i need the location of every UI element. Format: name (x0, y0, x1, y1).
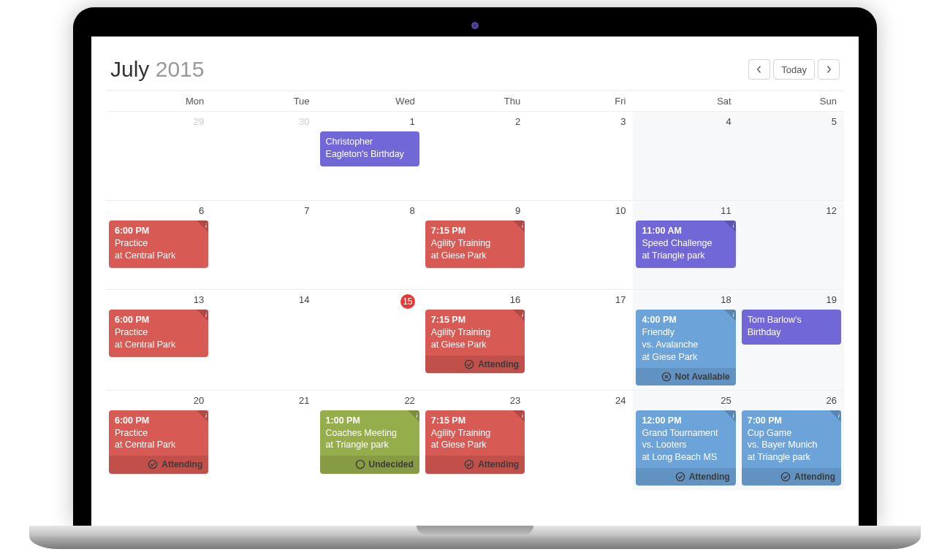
info-corner-icon[interactable] (829, 410, 841, 422)
event-line: at Giese Park (431, 250, 519, 262)
day-cell[interactable]: 10 (528, 200, 633, 289)
app-screen: July 2015 Today MonTueWedThuFriSatSun293… (91, 37, 859, 526)
day-cell[interactable]: 3 (528, 111, 633, 200)
event-status[interactable]: Undecided (320, 456, 419, 473)
svg-point-4 (466, 461, 474, 469)
event-line: Grand Tournament (642, 427, 729, 440)
event-line: at Giese Park (431, 339, 519, 351)
today-button[interactable]: Today (773, 59, 815, 80)
day-cell[interactable]: 1Christopher Eagleton's Birthday (317, 111, 422, 200)
calendar-event[interactable]: 11:00 AMSpeed Challengeat Triangle park (636, 220, 735, 268)
info-corner-icon[interactable] (197, 410, 208, 422)
day-cell[interactable]: 2 (422, 111, 528, 200)
event-line: Christopher Eagleton's Birthday (326, 136, 414, 161)
date-number: 1 (320, 115, 419, 130)
info-corner-icon[interactable] (513, 410, 525, 422)
date-number-today: 15 (320, 293, 419, 312)
calendar-event[interactable]: 6:00 PMPracticeat Central Park (109, 220, 208, 268)
day-cell[interactable]: 66:00 PMPracticeat Central Park (106, 200, 211, 289)
info-corner-icon[interactable] (724, 410, 736, 422)
day-cell[interactable]: 15 (317, 289, 422, 390)
prev-button[interactable] (748, 59, 770, 80)
status-label: Attending (478, 459, 519, 470)
day-cell[interactable]: 21 (211, 390, 316, 491)
event-status[interactable]: Attending (742, 468, 841, 486)
calendar-event[interactable]: 7:00 PMCup Gamevs. Bayer Munichat Triang… (742, 410, 841, 486)
event-status[interactable]: Attending (425, 356, 525, 373)
calendar-event[interactable]: 12:00 PMGrand Tournamentvs. Lootersat Lo… (636, 410, 735, 486)
event-time: 11:00 AM (642, 225, 729, 237)
day-cell[interactable]: 7 (211, 200, 316, 289)
info-corner-icon[interactable] (513, 310, 525, 321)
event-line: Cup Game (748, 427, 835, 440)
calendar-event[interactable]: Christopher Eagleton's Birthday (320, 131, 419, 166)
event-line: at Long Beach MS (642, 451, 729, 464)
check-circle-icon (464, 459, 474, 469)
chevron-right-icon (826, 65, 832, 74)
day-header: Wed (317, 91, 422, 111)
title-year: 2015 (156, 57, 205, 81)
laptop-base (29, 526, 921, 549)
calendar-event[interactable]: 1:00 PMCoaches Meetingat Triangle parkUn… (320, 410, 419, 474)
event-status[interactable]: Attending (109, 456, 208, 473)
status-label: Not Available (675, 371, 730, 383)
day-cell[interactable]: 12 (739, 200, 844, 289)
event-line: Speed Challenge (642, 237, 729, 250)
event-status[interactable]: Attending (425, 456, 525, 473)
day-cell[interactable]: 1111:00 AMSpeed Challengeat Triangle par… (633, 200, 738, 289)
day-cell[interactable]: 221:00 PMCoaches Meetingat Triangle park… (317, 390, 422, 491)
date-number: 25 (636, 394, 735, 409)
day-cell[interactable]: 167:15 PMAgility Trainingat Giese ParkAt… (422, 289, 528, 390)
day-cell[interactable]: 136:00 PMPracticeat Central Park (106, 289, 211, 390)
day-cell[interactable]: 206:00 PMPracticeat Central ParkAttendin… (106, 390, 211, 491)
day-cell[interactable]: 267:00 PMCup Gamevs. Bayer Munichat Tria… (739, 390, 844, 491)
date-number: 2 (425, 115, 525, 130)
info-corner-icon[interactable] (724, 310, 736, 321)
calendar-event[interactable]: 6:00 PMPracticeat Central Park (109, 310, 208, 357)
event-line: Agility Training (431, 237, 519, 250)
calendar-event[interactable]: 6:00 PMPracticeat Central ParkAttending (109, 410, 208, 474)
event-status[interactable]: Attending (636, 468, 735, 486)
circle-icon (355, 459, 365, 469)
day-cell[interactable]: 30 (211, 111, 316, 200)
next-button[interactable] (818, 59, 840, 80)
day-cell[interactable]: 24 (528, 390, 633, 491)
day-header: Thu (422, 91, 528, 111)
event-time: 7:15 PM (431, 415, 519, 427)
day-header: Mon (106, 91, 211, 111)
day-cell[interactable]: 14 (211, 289, 316, 390)
day-cell[interactable]: 2512:00 PMGrand Tournamentvs. Lootersat … (633, 390, 738, 491)
date-number: 5 (742, 115, 841, 130)
event-line: vs. Bayer Munich (748, 439, 835, 451)
day-cell[interactable]: 4 (633, 111, 738, 200)
status-label: Attending (162, 459, 202, 470)
day-cell[interactable]: 29 (106, 111, 211, 200)
status-label: Attending (794, 471, 835, 483)
calendar-event[interactable]: 7:15 PMAgility Trainingat Giese ParkAtte… (425, 410, 525, 474)
info-corner-icon[interactable] (513, 220, 525, 232)
calendar-event[interactable]: 7:15 PMAgility Trainingat Giese ParkAtte… (425, 310, 525, 373)
info-corner-icon[interactable] (724, 220, 736, 232)
calendar-event[interactable]: 4:00 PMFriendlyvs. Avalancheat Giese Par… (636, 310, 735, 386)
day-cell[interactable]: 97:15 PMAgility Trainingat Giese Park (422, 200, 528, 289)
calendar-event[interactable]: Tom Barlow's Birthday (742, 310, 841, 345)
title-month: July (110, 57, 149, 81)
day-cell[interactable]: 8 (317, 200, 422, 289)
day-cell[interactable]: 237:15 PMAgility Trainingat Giese ParkAt… (422, 390, 528, 491)
calendar-event[interactable]: 7:15 PMAgility Trainingat Giese Park (425, 220, 525, 268)
day-cell[interactable]: 5 (739, 111, 844, 200)
day-cell[interactable]: 19Tom Barlow's Birthday (739, 289, 844, 390)
x-circle-icon (661, 372, 672, 382)
svg-point-2 (149, 461, 157, 469)
event-line: at Triangle park (642, 250, 729, 262)
check-circle-icon (464, 359, 474, 369)
event-status[interactable]: Not Available (636, 368, 735, 386)
info-corner-icon[interactable] (197, 310, 208, 321)
info-corner-icon[interactable] (408, 410, 419, 422)
info-corner-icon[interactable] (197, 220, 208, 232)
day-cell[interactable]: 17 (528, 289, 633, 390)
event-line: Agility Training (431, 427, 519, 440)
event-time: 6:00 PM (115, 415, 202, 427)
day-cell[interactable]: 184:00 PMFriendlyvs. Avalancheat Giese P… (633, 289, 738, 390)
date-number: 6 (109, 204, 208, 219)
